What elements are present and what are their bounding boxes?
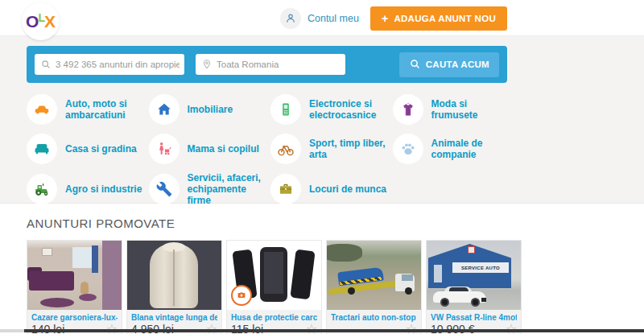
listing-photo-service-auto: SERVICE AUTO <box>427 241 521 310</box>
jacket-icon <box>393 94 423 125</box>
keyword-search-input[interactable] <box>35 54 184 75</box>
account-link[interactable]: Contul meu <box>280 8 359 29</box>
category-grid: Auto, moto si ambarcatiuni Imobiliare <box>27 93 510 206</box>
bottom-divider-bar <box>24 329 644 332</box>
category-sport[interactable]: Sport, timp liber, arta <box>270 133 388 165</box>
briefcase-icon <box>270 174 301 204</box>
category-label: Servicii, afaceri, echipamente firme <box>188 172 266 206</box>
sofa-icon <box>27 134 57 164</box>
category-casa-gradina[interactable]: Casa si gradina <box>27 133 144 165</box>
olx-logo[interactable]: OLX <box>22 2 60 40</box>
camera-badge-icon <box>231 285 252 306</box>
listing-card[interactable]: Cazare garsoniera-lux- în re... 140 lei … <box>27 240 122 334</box>
category-agro[interactable]: Agro si industrie <box>27 172 144 206</box>
logo-letter-x: X <box>44 12 56 31</box>
promoted-heading: ANUNTURI PROMOVATE <box>27 216 644 230</box>
search-submit-button[interactable]: CAUTA ACUM <box>399 52 499 77</box>
mother-child-icon <box>149 134 180 164</box>
category-animale[interactable]: Animale de companie <box>393 133 510 165</box>
hero-section: CAUTA ACUM Auto, moto si ambarcatiuni Im… <box>0 36 644 204</box>
category-moda[interactable]: Moda si frumusete <box>393 93 510 126</box>
listing-card[interactable]: Tractari auto non-stop Timi... ☆ <box>326 240 422 334</box>
listing-card[interactable]: Husa de protectie carcasa ... 115 lei ☆ <box>226 240 322 334</box>
category-label: Sport, timp liber, arta <box>309 138 388 160</box>
service-auto-sign: SERVICE AUTO <box>452 262 509 273</box>
mobile-phone-icon <box>270 94 301 125</box>
plus-icon: + <box>382 14 388 23</box>
listing-title: Tractari auto non-stop Timi... <box>331 313 417 322</box>
search-bar: CAUTA ACUM <box>27 46 507 83</box>
category-label: Electronice si electrocasnice <box>309 98 388 121</box>
category-servicii[interactable]: Servicii, afaceri, echipamente firme <box>149 172 266 206</box>
car-icon <box>27 94 57 125</box>
listing-photo-phone-cases <box>227 241 321 310</box>
logo-letter-l: L <box>38 11 45 24</box>
listing-photo-living-room <box>27 241 122 310</box>
category-label: Agro si industrie <box>65 183 142 195</box>
search-icon <box>40 59 52 73</box>
listing-title: VW Passat R-line 4motion (... <box>431 313 517 322</box>
top-header: OLX Contul meu + ADAUGA ANUNT NOU <box>0 0 644 36</box>
location-pin-icon <box>201 59 213 73</box>
category-label: Animale de companie <box>431 138 510 160</box>
bicycle-icon <box>270 134 301 164</box>
listing-card[interactable]: SERVICE AUTO VW Passat R-line 4motion (.… <box>426 240 522 334</box>
category-label: Casa si gradina <box>65 143 137 155</box>
listing-title: Blana vintage lunga de vulp... <box>131 313 217 322</box>
house-icon <box>149 94 180 125</box>
user-icon <box>280 8 301 29</box>
tractor-icon <box>27 174 57 204</box>
category-label: Locuri de munca <box>309 183 386 195</box>
search-button-icon <box>409 58 421 72</box>
category-mama-copilul[interactable]: Mama si copilul <box>149 133 266 165</box>
location-search-input[interactable] <box>196 54 345 75</box>
listing-title: Husa de protectie carcasa ... <box>231 313 317 322</box>
category-auto-moto[interactable]: Auto, moto si ambarcatiuni <box>27 93 144 126</box>
wrench-icon <box>149 174 180 204</box>
add-listing-label: ADAUGA ANUNT NOU <box>394 14 496 23</box>
listing-photo-tow-truck <box>327 241 421 310</box>
add-listing-button[interactable]: + ADAUGA ANUNT NOU <box>370 6 507 31</box>
location-input-wrap <box>196 54 345 75</box>
listing-photo-fur-coat <box>127 241 221 310</box>
search-button-label: CAUTA ACUM <box>426 60 489 69</box>
paw-icon <box>393 134 423 164</box>
category-imobiliare[interactable]: Imobiliare <box>149 93 266 126</box>
listing-title: Cazare garsoniera-lux- în re... <box>31 313 118 322</box>
promoted-cards-row: Cazare garsoniera-lux- în re... 140 lei … <box>27 240 644 334</box>
bottom-divider-light <box>0 329 24 332</box>
category-label: Imobiliare <box>188 104 233 115</box>
promoted-section: ANUNTURI PROMOVATE Cazare garsoniera-lux… <box>0 204 644 334</box>
keyword-input-wrap <box>35 54 184 75</box>
account-label: Contul meu <box>308 13 359 24</box>
category-label: Auto, moto si ambarcatiuni <box>65 98 144 121</box>
category-electronice[interactable]: Electronice si electrocasnice <box>270 93 388 126</box>
category-locuri-munca[interactable]: Locuri de munca <box>270 172 388 206</box>
logo-letter-o: O <box>26 12 39 31</box>
listing-card[interactable]: Blana vintage lunga de vulp... 4 950 lei… <box>126 240 222 334</box>
category-label: Moda si frumusete <box>431 98 510 121</box>
category-label: Mama si copilul <box>188 143 259 155</box>
